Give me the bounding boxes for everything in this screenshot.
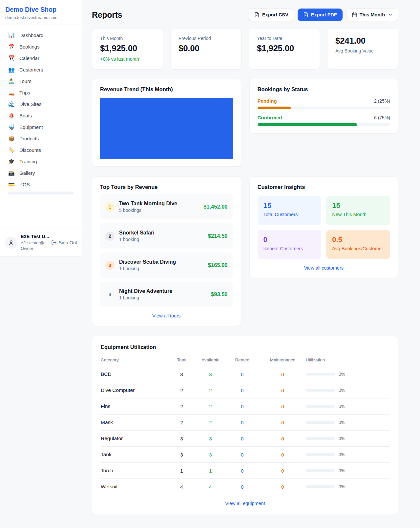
utilization-bar-track xyxy=(306,469,335,472)
sidebar-item-label: Tours xyxy=(19,78,32,84)
tile-value: 15 xyxy=(263,201,316,210)
table-row: BCD 3 3 0 0 0% xyxy=(101,366,389,382)
tour-amount: $1,452.00 xyxy=(203,204,227,210)
utilization-label: 0% xyxy=(339,484,345,489)
cell-utilization: 0% xyxy=(306,398,389,415)
cell-rented: 0 xyxy=(225,366,260,382)
cell-category: Fins xyxy=(101,398,167,415)
utilization-bar-track xyxy=(306,453,335,456)
status-bar-fill xyxy=(258,123,357,126)
main-content: Reports Export CSV Export PDF This Month… xyxy=(82,0,420,528)
equipment-utilization-card: Equipment Utilization Category Total Ava… xyxy=(92,336,398,515)
export-pdf-button[interactable]: Export PDF xyxy=(298,9,343,21)
cell-total: 3 xyxy=(167,366,196,382)
cell-utilization: 0% xyxy=(306,415,389,431)
cell-category: Mask xyxy=(101,415,167,431)
utilization-bar-track xyxy=(306,421,335,424)
diving-mask-icon: 🤿 xyxy=(8,125,15,130)
stat-card-this-month: This Month $1,925.00 +0% vs last month xyxy=(92,28,163,70)
file-download-icon xyxy=(254,12,260,17)
stat-label: Previous Period xyxy=(178,36,233,41)
insight-tile-total-customers: 15 Total Customers xyxy=(258,196,322,225)
equipment-table: Category Total Available Rented Maintena… xyxy=(101,355,389,495)
cell-rented: 0 xyxy=(225,431,260,447)
view-all-equipment-link[interactable]: View all equipment xyxy=(101,501,389,506)
sidebar-item-gallery[interactable]: 📸Gallery xyxy=(4,167,78,179)
island-icon: 🏝️ xyxy=(8,79,15,84)
cell-maintenance: 0 xyxy=(260,431,306,447)
stat-card-avg-booking-value: $241.00 Avg Booking Value xyxy=(327,28,398,70)
sidebar-item-customers[interactable]: 👥Customers xyxy=(4,64,78,75)
cell-utilization: 0% xyxy=(306,479,389,495)
tour-amount: $93.50 xyxy=(211,291,227,297)
period-dropdown[interactable]: This Month xyxy=(346,9,398,21)
sidebar-item-label: Discounts xyxy=(19,147,41,153)
table-row: Mask 2 2 0 0 0% xyxy=(101,415,389,431)
view-all-customers-link[interactable]: View all customers xyxy=(258,265,390,271)
rank-badge: 1 xyxy=(105,202,115,212)
sidebar: Demo Dive Shop demo.test.divestreams.com… xyxy=(0,0,82,256)
status-bar-fill xyxy=(258,107,291,109)
sidebar-item-label: Bookings xyxy=(19,44,40,50)
utilization-bar-track xyxy=(306,437,335,440)
sidebar-item-trips[interactable]: 🚤Trips xyxy=(4,87,78,98)
status-value: 2 (25%) xyxy=(374,98,390,104)
credit-card-icon: 💳 xyxy=(8,182,15,187)
cell-category: Regulator xyxy=(101,431,167,447)
revenue-trend-chart xyxy=(100,98,233,159)
sidebar-item-dive-sites[interactable]: 🌊Dive Sites xyxy=(4,98,78,110)
cell-utilization: 0% xyxy=(306,463,389,479)
sidebar-item-dashboard[interactable]: 📊Dashboard xyxy=(4,30,78,41)
cell-available: 4 xyxy=(196,479,225,495)
cell-category: Tank xyxy=(101,447,167,463)
cell-maintenance: 0 xyxy=(260,382,306,398)
cell-total: 1 xyxy=(167,463,196,479)
avatar xyxy=(5,237,17,249)
sidebar-item-boats[interactable]: ⛵Boats xyxy=(4,110,78,121)
stat-value: $1,925.00 xyxy=(100,43,155,53)
sidebar-item-active-partial[interactable] xyxy=(8,192,74,194)
sidebar-item-calendar[interactable]: 📆Calendar xyxy=(4,52,78,64)
person-icon xyxy=(8,240,14,246)
cell-total: 2 xyxy=(167,415,196,431)
column-header-rented: Rented xyxy=(225,355,260,366)
cell-rented: 0 xyxy=(225,447,260,463)
utilization-label: 0% xyxy=(339,388,345,393)
table-row: Torch 1 1 0 0 0% xyxy=(101,463,389,479)
sidebar-item-training[interactable]: 🎓Training xyxy=(4,156,78,167)
sidebar-item-label: Training xyxy=(19,159,37,164)
stat-card-previous-period: Previous Period $0.00 xyxy=(170,28,242,70)
view-all-tours-link[interactable]: View all tours xyxy=(100,313,233,318)
sidebar-item-discounts[interactable]: 🏷️Discounts xyxy=(4,144,78,156)
sidebar-item-tours[interactable]: 🏝️Tours xyxy=(4,75,78,87)
people-icon: 👥 xyxy=(8,67,15,72)
sidebar-item-equipment[interactable]: 🤿Equipment xyxy=(4,121,78,133)
card-title: Customer Insights xyxy=(258,184,390,190)
cell-utilization: 0% xyxy=(306,447,389,463)
tour-bookings: 1 booking xyxy=(119,266,176,271)
export-csv-button[interactable]: Export CSV xyxy=(249,9,294,21)
sign-out-label: Sign Out xyxy=(59,240,77,245)
tour-bookings: 5 bookings xyxy=(119,208,177,213)
tour-name: Snorkel Safari xyxy=(119,230,155,236)
tour-row: 3 Discover Scuba Diving1 booking $165.00 xyxy=(100,253,233,278)
cell-utilization: 0% xyxy=(306,382,389,398)
sign-out-button[interactable]: Sign Out xyxy=(51,240,77,245)
cell-utilization: 0% xyxy=(306,431,389,447)
user-role: Owner xyxy=(21,246,48,252)
sidebar-item-pos[interactable]: 💳POS xyxy=(4,179,78,190)
tile-label: New This Month xyxy=(332,212,384,217)
utilization-label: 0% xyxy=(339,372,345,377)
cell-available: 1 xyxy=(196,463,225,479)
card-title: Bookings by Status xyxy=(258,86,390,92)
tile-label: Repeat Customers xyxy=(263,246,316,251)
stat-delta: +0% vs last month xyxy=(100,56,155,62)
tour-bookings: 1 booking xyxy=(119,237,155,242)
shop-domain: demo.test.divestreams.com xyxy=(5,15,75,20)
calendar-date-icon: 📅 xyxy=(8,44,15,50)
cell-total: 2 xyxy=(167,382,196,398)
stat-label: Year to Date xyxy=(257,36,312,41)
sidebar-item-products[interactable]: 📦Products xyxy=(4,133,78,144)
cell-maintenance: 0 xyxy=(260,463,306,479)
sidebar-item-bookings[interactable]: 📅Bookings xyxy=(4,41,78,52)
